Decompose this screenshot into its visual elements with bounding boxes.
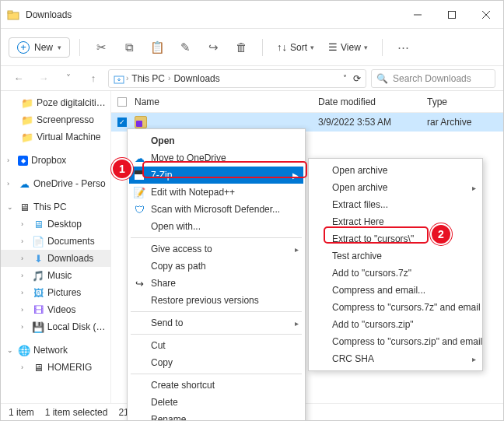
share-button[interactable]: ↪ (201, 36, 225, 59)
forward-button[interactable]: → (33, 72, 54, 84)
back-button[interactable]: ← (9, 72, 29, 84)
context-menu: Open ☁Move to OneDrive 7-Zip▶ 📝Edit with… (127, 128, 306, 421)
paste-button[interactable]: 📋 (145, 36, 169, 59)
sidebar-documents[interactable]: ›📄Documents (1, 233, 110, 250)
search-icon: 🔍 (376, 73, 388, 84)
more-button[interactable]: ⋯ (392, 36, 415, 59)
arrow-right-icon: ▸ (472, 184, 476, 192)
sub-extract-to[interactable]: Extract to "cursors\" (310, 230, 481, 247)
sidebar-item[interactable]: 📁Poze digitalcitizen (1, 94, 110, 111)
col-date[interactable]: Date modified (318, 96, 419, 107)
breadcrumb-pc[interactable]: This PC (131, 73, 165, 84)
7zip-icon (133, 169, 145, 181)
sidebar-desktop[interactable]: ›🖥Desktop (1, 216, 110, 233)
file-list: ✓ 3/9/2022 3:53 AM rar Archive Open ☁Mov… (111, 113, 503, 403)
sidebar-network[interactable]: ⌄🌐Network (1, 342, 110, 359)
search-input[interactable]: 🔍 Search Downloads (371, 69, 495, 88)
ctx-share[interactable]: ↪Share (129, 275, 303, 292)
sidebar-pictures[interactable]: ›🖼Pictures (1, 284, 110, 301)
ctx-defender[interactable]: 🛡Scan with Microsoft Defender... (129, 201, 303, 218)
refresh-button[interactable]: ⟳ (353, 73, 361, 84)
sub-open-archive[interactable]: Open archive (310, 162, 481, 179)
sidebar-localdisk[interactable]: ›💾Local Disk (C:) (1, 318, 110, 335)
ctx-sendto[interactable]: Send to▸ (129, 314, 303, 332)
ctx-move-onedrive[interactable]: ☁Move to OneDrive (129, 149, 303, 167)
file-type: rar Archive (427, 117, 497, 128)
rename-button[interactable]: ✎ (173, 36, 197, 59)
status-count: 1 item (9, 407, 34, 418)
ctx-copy[interactable]: Copy (129, 354, 303, 371)
copy-button[interactable]: ⧉ (117, 36, 141, 59)
row-checkbox[interactable]: ✓ (117, 118, 127, 127)
cloud-icon: ☁ (18, 177, 30, 190)
sidebar-onedrive[interactable]: ›☁OneDrive - Perso (1, 175, 110, 192)
sidebar-downloads[interactable]: ›⬇Downloads (1, 250, 110, 267)
sidebar-item[interactable]: 📁Virtual Machine (1, 128, 110, 146)
minimize-button[interactable] (401, 1, 435, 29)
ctx-restore[interactable]: Restore previous versions (129, 292, 303, 309)
ctx-open[interactable]: Open (129, 132, 303, 149)
folder-icon: 📁 (21, 114, 33, 126)
sidebar-dropbox[interactable]: ›◆Dropbox (1, 152, 110, 169)
up-level-button[interactable]: ↑ (83, 72, 103, 84)
sidebar-music[interactable]: ›🎵Music (1, 267, 110, 284)
ctx-give-access[interactable]: Give access to▸ (129, 240, 303, 258)
ctx-copy-path[interactable]: Copy as path (129, 258, 303, 275)
delete-button[interactable]: 🗑 (229, 36, 253, 59)
cut-button[interactable]: ✂ (89, 36, 113, 59)
disk-icon: 💾 (32, 321, 44, 333)
cloud-icon: ☁ (133, 152, 145, 164)
sub-add-zip[interactable]: Add to "cursors.zip" (310, 316, 481, 333)
sub-add-7z[interactable]: Add to "cursors.7z" (310, 265, 481, 282)
pictures-icon: 🖼 (32, 286, 44, 299)
sub-compress-email[interactable]: Compress and email... (310, 282, 481, 299)
sub-test[interactable]: Test archive (310, 247, 481, 265)
sub-extract-here[interactable]: Extract Here (310, 213, 481, 230)
sort-button[interactable]: ↑↓Sort▾ (272, 41, 319, 53)
desktop-icon: 🖥 (32, 218, 44, 230)
plus-icon: + (17, 41, 30, 54)
ctx-delete[interactable]: Delete (129, 394, 303, 411)
view-button[interactable]: ☰View▾ (324, 41, 373, 53)
folder-icon: 📁 (21, 96, 33, 109)
arrow-right-icon: ▸ (472, 355, 476, 363)
notepad-icon: 📝 (133, 186, 145, 198)
pc-icon: 🖥 (18, 201, 30, 213)
rar-icon (135, 116, 147, 128)
sub-extract-files[interactable]: Extract files... (310, 196, 481, 213)
sidebar-item[interactable]: 📁Screenpresso (1, 111, 110, 128)
ctx-notepad[interactable]: 📝Edit with Notepad++ (129, 184, 303, 201)
status-selected: 1 item selected (45, 407, 108, 418)
up-button[interactable]: ˅ (58, 73, 79, 84)
col-name[interactable]: Name (135, 96, 310, 107)
ctx-shortcut[interactable]: Create shortcut (129, 377, 303, 394)
folder-icon (7, 9, 19, 21)
shield-icon: 🛡 (133, 203, 145, 216)
network-icon: 🌐 (18, 344, 30, 356)
maximize-button[interactable] (435, 1, 469, 29)
breadcrumb[interactable]: › This PC › Downloads ˅⟳ (108, 69, 366, 88)
sub-compress-zip-email[interactable]: Compress to "cursors.zip" and email (310, 333, 481, 350)
sidebar-thispc[interactable]: ⌄🖥This PC (1, 198, 110, 216)
chevron-down-icon: ▾ (58, 44, 61, 51)
col-type[interactable]: Type (427, 96, 497, 107)
new-button[interactable]: + New ▾ (9, 37, 70, 58)
pc-icon: 🖥 (32, 361, 44, 374)
chevron-down-icon[interactable]: ˅ (343, 74, 347, 82)
sidebar-homerig[interactable]: ›🖥HOMERIG (1, 359, 110, 376)
select-all-checkbox[interactable] (117, 97, 127, 107)
svg-rect-1 (8, 11, 12, 13)
sub-crc[interactable]: CRC SHA▸ (310, 350, 481, 367)
folder-icon: 📁 (21, 131, 33, 143)
ctx-7zip[interactable]: 7-Zip▶ (129, 167, 303, 184)
breadcrumb-loc[interactable]: Downloads (173, 73, 219, 84)
sub-open-archive2[interactable]: Open archive▸ (310, 179, 481, 196)
sub-compress-7z-email[interactable]: Compress to "cursors.7z" and email (310, 299, 481, 316)
ctx-rename[interactable]: Rename (129, 411, 303, 421)
close-button[interactable] (469, 1, 503, 29)
ctx-cut[interactable]: Cut (129, 337, 303, 354)
share-icon: ↪ (133, 277, 145, 289)
ctx-openwith[interactable]: Open with... (129, 218, 303, 235)
file-date: 3/9/2022 3:53 AM (318, 117, 419, 128)
sidebar-videos[interactable]: ›🎞Videos (1, 301, 110, 318)
